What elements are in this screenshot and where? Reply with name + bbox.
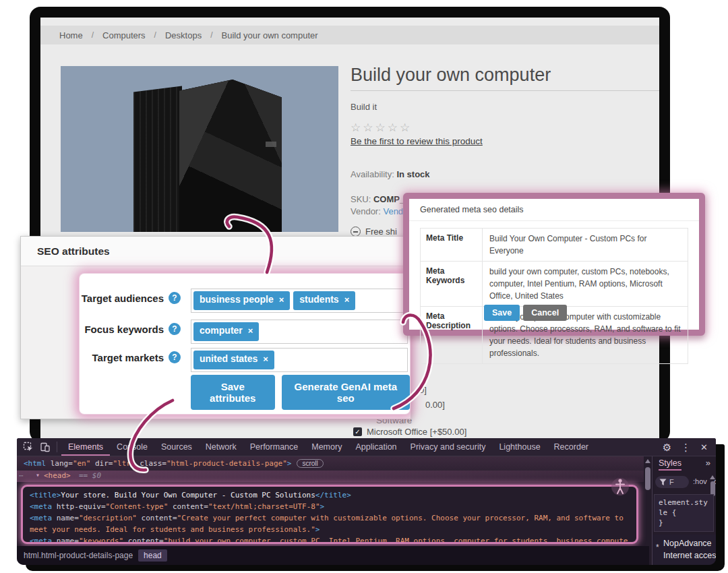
meta-row-label: Meta Keywords (421, 262, 483, 306)
breadcrumb-item[interactable]: Desktops (165, 30, 202, 40)
product-short-description: Build it (351, 102, 659, 112)
devtools-tab-application[interactable]: Application (348, 438, 403, 456)
devtools-tab-recorder[interactable]: Recorder (547, 438, 595, 456)
code-token: > (287, 459, 292, 468)
seo-field-label: Target markets (76, 352, 164, 363)
seo-attributes-panel: Target audiences?business people×student… (80, 274, 410, 414)
element-style-line: } (659, 518, 713, 528)
help-icon[interactable]: ? (169, 351, 181, 363)
code-line[interactable]: <title>Your store. Build Your Own Comput… (30, 489, 632, 501)
devtools-tab-console[interactable]: Console (110, 438, 154, 456)
breadcrumb-item[interactable]: Home (59, 30, 83, 40)
availability-row: Availability: In stock (351, 169, 659, 179)
gutter-dots-icon[interactable]: ⋯ (19, 471, 24, 480)
devtools-tab-lighthouse[interactable]: Lighthouse (492, 438, 547, 456)
tags-input-field[interactable]: computer× (191, 320, 408, 344)
settings-gear-icon[interactable]: ⚙ (663, 442, 671, 454)
code-token: name= (52, 514, 79, 522)
breadcrumb-item[interactable]: Build your own computer (222, 30, 318, 40)
remove-tag-icon[interactable]: × (344, 295, 350, 305)
star-icon: ☆ (400, 121, 412, 134)
code-token: </title> (315, 491, 351, 500)
html-tag-tokens: <html lang="en" dir="ltr" class="html-pr… (24, 459, 291, 468)
breadcrumb: Home/Computers/Desktops/Build your own c… (59, 30, 318, 40)
tab-styles[interactable]: Styles (659, 458, 681, 471)
code-token: <meta (30, 502, 52, 511)
devtools-tabbar: ElementsConsoleSourcesNetworkPerformance… (17, 438, 716, 456)
meta-table-row: Meta TitleBuild Your Own Computer - Cust… (421, 229, 688, 262)
screenshot-canvas: Home/Computers/Desktops/Build your own c… (0, 0, 728, 573)
devtools-breadcrumb-html[interactable]: html.html-product-details-page (24, 551, 133, 560)
devtools-tab-network[interactable]: Network (199, 438, 243, 456)
availability-label: Availability: (351, 169, 394, 179)
devtools-tab-sources[interactable]: Sources (154, 438, 199, 456)
code-token: <html (24, 459, 46, 468)
meta-row-value: build your own computer, custom PCs, not… (483, 262, 688, 306)
code-line[interactable]: <meta name="description" content="Create… (30, 512, 632, 535)
scrollbar-thumb[interactable] (645, 467, 650, 490)
elements-tree: <html lang="en" dir="ltr" class="html-pr… (17, 456, 644, 546)
filter-placeholder-fragment: F (669, 478, 674, 486)
computer-tower-graphic (133, 80, 289, 232)
code-line[interactable]: <meta http-equiv="Content-type" content=… (30, 501, 632, 512)
element-style-rule[interactable]: element.style {} (654, 494, 714, 532)
seo-fields: Target audiences?business people×student… (80, 287, 410, 375)
tower-side (133, 86, 182, 232)
code-line[interactable]: <meta name="keywords" content="build you… (30, 535, 632, 544)
close-devtools-icon[interactable]: ✕ (700, 442, 708, 452)
code-token: content= (168, 502, 208, 511)
breadcrumb-item[interactable]: Computers (102, 30, 146, 40)
price-fragment: 0.00] (425, 400, 445, 410)
star-icon: ☆ (363, 121, 375, 134)
generated-meta-seo-modal: Generated meta seo details Meta TitleBui… (403, 193, 705, 336)
code-token: "en" (73, 459, 91, 468)
tag-pill: students× (293, 291, 355, 310)
remove-tag-icon[interactable]: × (248, 326, 253, 336)
modal-buttons-row: Save Cancel (484, 305, 567, 321)
modal-cancel-button[interactable]: Cancel (523, 305, 567, 321)
devtools-tab-memory[interactable]: Memory (305, 438, 348, 456)
devtools-panel: ElementsConsoleSourcesNetworkPerformance… (17, 438, 716, 565)
vendor-label: Vendor: (351, 206, 381, 216)
device-toolbar-icon[interactable] (40, 442, 51, 452)
sidebar-scrollbar-up-icon[interactable] (710, 475, 715, 479)
expander-arrow-icon[interactable]: ▾ (36, 471, 40, 479)
code-token: "html-product-details-page" (166, 459, 287, 468)
help-icon[interactable]: ? (169, 323, 181, 335)
console-reference: == $0 (79, 471, 101, 480)
devtools-tab-privacy-and-security[interactable]: Privacy and security (404, 438, 493, 456)
review-link[interactable]: Be the first to review this product (351, 136, 483, 146)
tags-input-field[interactable]: business people×students× (191, 289, 408, 313)
devtools-tab-performance[interactable]: Performance (243, 438, 305, 456)
title-divider (351, 90, 659, 91)
code-token: Your store. Build Your Own Computer - Cu… (61, 491, 315, 500)
head-tag-line-selected[interactable]: ⋯ ▾ <head> == $0 (17, 471, 644, 482)
code-token: dir= (90, 459, 113, 468)
tags-input-field[interactable]: united states× (191, 348, 408, 372)
more-options-kebab-icon[interactable]: ⋮ (681, 442, 691, 454)
hov-toggle[interactable]: :hov (693, 477, 707, 485)
scrollbar-up-icon[interactable] (645, 459, 650, 463)
save-attributes-button[interactable]: Save attributes (191, 375, 275, 410)
html-tag-line[interactable]: <html lang="en" dir="ltr" class="html-pr… (24, 459, 324, 468)
code-token: <title> (30, 491, 61, 500)
footer-text-line: NopAdvance (663, 539, 712, 548)
styles-filter-input[interactable]: F (655, 476, 689, 488)
modal-save-button[interactable]: Save (484, 305, 520, 321)
devtools-breadcrumb-head[interactable]: head (138, 549, 167, 562)
remove-tag-icon[interactable]: × (263, 354, 268, 364)
checked-checkbox[interactable]: ✓ (353, 427, 362, 436)
page-title: Build your own computer (351, 65, 659, 86)
seo-field-row: Target markets?united states× (80, 346, 410, 375)
remove-tag-icon[interactable]: × (279, 295, 284, 305)
code-token: "keywords" (79, 537, 123, 544)
help-icon[interactable]: ? (169, 292, 181, 304)
inspect-element-icon[interactable] (23, 442, 34, 452)
more-panels-chevrons-icon[interactable]: » (706, 458, 710, 468)
product-image (61, 66, 338, 232)
star-icon: ☆ (375, 121, 388, 134)
generate-genai-meta-seo-button[interactable]: Generate GenAI meta seo (282, 375, 410, 410)
devtools-tab-elements[interactable]: Elements (61, 438, 110, 456)
devtools-breadcrumb-bar: html.html-product-details-page head (17, 546, 649, 565)
tree-scrollbar[interactable] (644, 456, 652, 546)
